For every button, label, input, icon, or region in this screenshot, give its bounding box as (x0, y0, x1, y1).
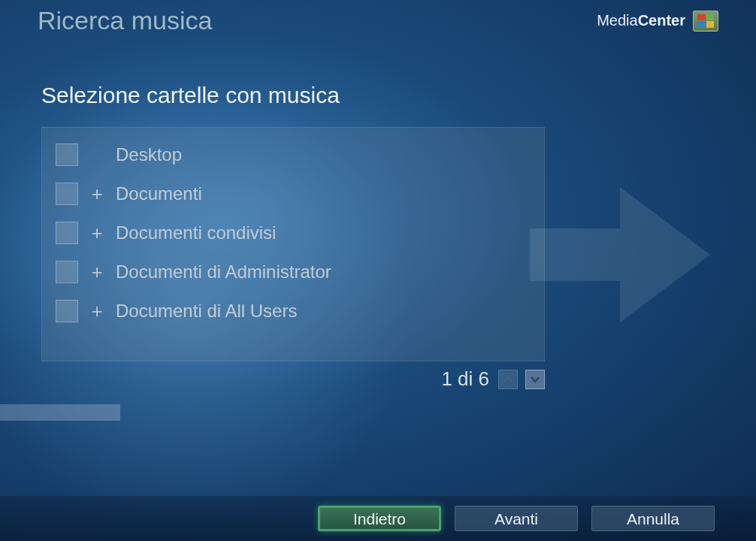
folder-checkbox[interactable] (56, 222, 78, 244)
expand-icon[interactable]: + (78, 261, 116, 284)
folder-label: Documenti (116, 183, 202, 204)
expand-icon[interactable]: + (78, 183, 116, 206)
folder-row[interactable]: Desktop (42, 135, 544, 174)
scroll-up-button[interactable] (498, 370, 518, 389)
folder-row[interactable]: + Documenti condivisi (42, 213, 544, 252)
pager-text: 1 di 6 (441, 367, 489, 391)
chevron-up-icon (503, 376, 513, 383)
folder-checkbox[interactable] (56, 144, 78, 166)
folder-row[interactable]: + Documenti di All Users (42, 292, 544, 331)
content-area: Desktop + Documenti + Documenti condivis… (41, 127, 756, 391)
back-button[interactable]: Indietro (318, 506, 441, 531)
arrow-right-icon (522, 172, 718, 337)
footer: Indietro Avanti Annulla (0, 496, 756, 541)
folder-label: Documenti condivisi (116, 222, 276, 243)
page-title: Ricerca musica (38, 6, 212, 35)
expand-icon[interactable]: + (78, 300, 116, 323)
header: Ricerca musica MediaCenter (0, 0, 756, 41)
folder-checkbox[interactable] (56, 261, 78, 283)
next-button[interactable]: Avanti (455, 506, 578, 531)
brand: MediaCenter (597, 11, 718, 32)
brand-bold: Center (638, 12, 685, 29)
cancel-button[interactable]: Annulla (591, 506, 715, 531)
folder-checkbox[interactable] (56, 300, 78, 322)
brand-text: MediaCenter (597, 12, 685, 29)
decorative-stripe (0, 404, 120, 421)
folder-row[interactable]: + Documenti (42, 174, 544, 213)
folder-label: Documenti di All Users (116, 301, 297, 322)
scroll-down-button[interactable] (525, 370, 545, 389)
folder-row[interactable]: + Documenti di Administrator (42, 252, 544, 292)
folder-checkbox[interactable] (56, 183, 78, 205)
folder-list: Desktop + Documenti + Documenti condivis… (41, 127, 545, 361)
chevron-down-icon (530, 376, 540, 383)
subtitle: Selezione cartelle con musica (41, 83, 756, 108)
folder-label: Desktop (116, 144, 182, 165)
expand-icon[interactable]: + (78, 222, 116, 245)
folder-label: Documenti di Administrator (116, 261, 331, 283)
windows-logo-icon (693, 11, 718, 32)
brand-thin: Media (597, 12, 637, 29)
pager: 1 di 6 (41, 367, 545, 391)
